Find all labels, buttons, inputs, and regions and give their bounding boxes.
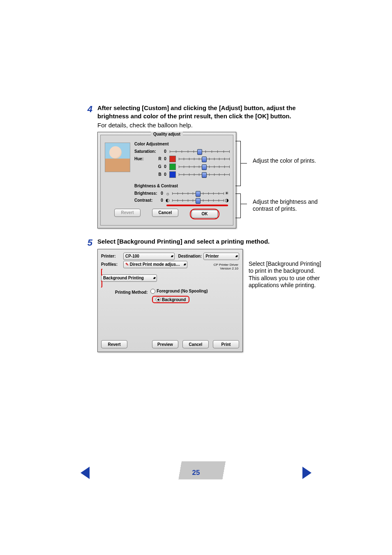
saturation-label: Saturation: [134,149,157,154]
foreground-radio[interactable]: Foreground (No Spooling) [150,289,208,294]
quality-adjust-fieldset: Quality adjust Color Adjustment Saturati… [100,135,233,226]
brightness-slider[interactable] [172,191,224,196]
printing-method-row: Printing Method: Foreground (No Spooling… [115,289,239,295]
dialog-button-row: Revert Preview Cancel Print [101,340,239,348]
bc-rows: Brightness: 0 ☼ ☀ Contrast: [134,191,230,206]
leader-bright [240,204,247,204]
hue-r-row: Hue: R 0 [134,156,230,162]
revert-button[interactable]: Revert [101,340,127,348]
step-5-number: 5 [80,237,97,248]
step-4-number: 4 [80,104,97,115]
background-radio-label: Background [162,297,186,302]
cancel-button[interactable]: Cancel [182,340,209,348]
chevron-updown-icon: ▴▾ [184,263,185,266]
figure-1-row: Quality adjust Color Adjustment Saturati… [97,132,316,228]
slider-knob[interactable] [202,164,207,170]
brightness-label: Brightness: [134,191,159,196]
contrast-slider[interactable] [172,198,224,203]
next-page-icon[interactable] [302,467,311,479]
radio-selected-icon [156,297,161,302]
section-value: Background Printing [103,276,144,280]
quality-adjust-panel: Quality adjust Color Adjustment Saturati… [97,132,236,228]
background-radio-wrap: Background [152,296,239,304]
panel-button-row: Revert Cancel OK [104,209,230,219]
slider-knob[interactable] [202,157,207,162]
hue-r-value: 0 [162,157,168,161]
channel-g: G [157,164,162,169]
slider-knob[interactable] [197,149,202,155]
content-area: 4 After selecting [Custom] and clicking … [80,104,316,352]
green-swatch [169,164,176,170]
step-4: 4 After selecting [Custom] and clicking … [80,104,316,228]
printer-label: Printer: [101,254,122,258]
red-swatch [169,156,176,162]
section-dropdown[interactable]: Background Printing ▴▾ [101,274,157,282]
driver-version: Version 2.10 [214,267,238,271]
preview-thumbnail [105,143,130,172]
color-adjustment-heading: Color Adjustment [134,142,230,146]
saturation-row: Saturation: 0 [134,149,230,154]
print-button[interactable]: Print [213,340,239,348]
contrast-label: Contrast: [134,198,159,203]
step-5-title: Select [Background Printing] and select … [97,237,327,246]
callout-background: Select [Background Printing] to print in… [243,260,327,289]
profiles-dropdown[interactable]: ✎ Direct Print mode adjus… ▴▾ [123,261,187,268]
chevron-updown-icon: ▴▾ [235,255,237,258]
sun-small-icon: ☼ [165,191,171,196]
saturation-slider[interactable] [170,149,230,154]
step-4-body: After selecting [Custom] and clicking th… [97,104,316,228]
color-rows: Saturation: 0 [134,149,230,178]
highlight-line [166,205,228,206]
slider-knob[interactable] [196,191,201,197]
brightness-value: 0 [159,191,165,196]
radio-icon [150,289,155,294]
step-5-body: Select [Background Printing] and select … [97,237,327,352]
step-4-title: After selecting [Custom] and clicking th… [97,104,316,121]
document-page: 4 After selecting [Custom] and clicking … [0,0,392,555]
destination-label: Destination: [176,254,202,258]
background-highlight: Background [152,296,189,304]
hue-b-slider[interactable] [179,172,230,177]
chevron-updown-icon: ▴▾ [171,255,173,258]
hue-label: Hue: [134,157,157,161]
foreground-radio-label: Foreground (No Spooling) [157,289,208,293]
printer-value: CP-100 [125,254,139,258]
printer-dropdown[interactable]: CP-100 ▴▾ [123,253,175,260]
fieldset-legend: Quality adjust [151,132,183,136]
figure-2-row: Printer: CP-100 ▴▾ Destination: Printer … [97,249,327,352]
chevron-updown-icon: ▴▾ [153,276,155,280]
hue-g-row: G 0 [134,164,230,170]
leader-color [240,163,247,164]
step-4-subtext: For details, check the balloon help. [97,122,316,129]
blue-swatch [169,171,176,178]
preview-button[interactable]: Preview [152,340,178,348]
prev-page-icon[interactable] [81,467,90,479]
brightness-row: Brightness: 0 ☼ ☀ [134,191,230,196]
hue-b-value: 0 [162,172,168,177]
slider-knob[interactable] [196,198,201,204]
hue-g-slider[interactable] [179,164,230,170]
hue-r-slider[interactable] [179,156,230,162]
profiles-label: Profiles: [101,262,122,267]
destination-dropdown[interactable]: Printer ▴▾ [203,253,239,260]
background-radio[interactable]: Background [155,297,188,302]
ok-button[interactable]: OK [191,210,218,218]
page-footer: 25 [0,469,392,477]
channel-r: R [157,157,162,161]
contrast-low-icon: ◐ [165,198,171,203]
page-number: 25 [192,469,200,477]
step-5: 5 Select [Background Printing] and selec… [80,237,316,352]
cancel-button[interactable]: Cancel [152,209,178,217]
slider-knob[interactable] [202,172,207,178]
hue-g-value: 0 [162,164,168,169]
callout-color: Adjust the color of prints. [247,157,323,165]
sun-large-icon: ☀ [224,191,230,196]
callout-bright: Adjust the brightness and contrast of pr… [247,198,331,213]
section-row: Background Printing ▴▾ [101,270,239,286]
revert-button[interactable]: Revert [114,209,141,217]
printer-row: Printer: CP-100 ▴▾ Destination: Printer … [101,253,239,260]
contrast-row: Contrast: 0 ◐ ◑ [134,198,230,203]
channel-b: B [157,172,162,177]
brightness-contrast-heading: Brightness & Contrast [134,184,230,188]
profiles-value: ✎ Direct Print mode adjus… [125,262,180,267]
